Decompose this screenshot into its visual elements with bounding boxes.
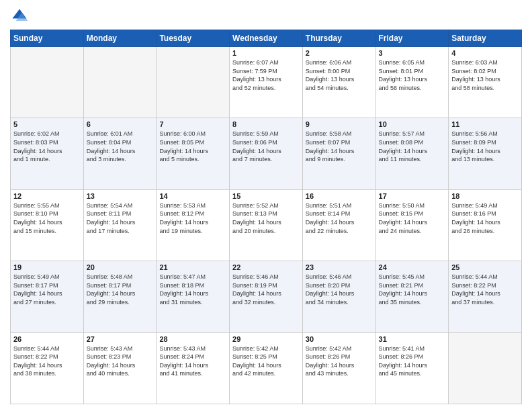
- calendar-cell: 13Sunrise: 5:54 AMSunset: 8:11 PMDayligh…: [83, 189, 157, 261]
- day-number: 22: [232, 263, 300, 271]
- day-number: 26: [13, 335, 81, 343]
- day-number: 5: [13, 120, 81, 128]
- calendar-cell: 23Sunrise: 5:46 AMSunset: 8:20 PMDayligh…: [302, 261, 375, 332]
- day-info: Sunrise: 5:45 AMSunset: 8:21 PMDaylight:…: [379, 273, 446, 306]
- calendar-cell: 22Sunrise: 5:46 AMSunset: 8:19 PMDayligh…: [230, 261, 303, 332]
- calendar-cell: 30Sunrise: 5:42 AMSunset: 8:26 PMDayligh…: [302, 332, 375, 404]
- weekday-header-sunday: Sunday: [11, 30, 84, 47]
- day-number: 4: [451, 49, 519, 57]
- day-info: Sunrise: 5:51 AMSunset: 8:14 PMDaylight:…: [306, 201, 373, 235]
- calendar-cell: [83, 47, 157, 118]
- day-info: Sunrise: 5:43 AMSunset: 8:24 PMDaylight:…: [159, 345, 226, 378]
- page: SundayMondayTuesdayWednesdayThursdayFrid…: [0, 0, 532, 411]
- day-info: Sunrise: 5:44 AMSunset: 8:22 PMDaylight:…: [451, 273, 519, 306]
- calendar-week-row: 1Sunrise: 6:07 AMSunset: 7:59 PMDaylight…: [11, 47, 522, 118]
- day-number: 2: [306, 49, 373, 57]
- calendar-week-row: 12Sunrise: 5:55 AMSunset: 8:10 PMDayligh…: [11, 189, 522, 261]
- day-number: 10: [379, 120, 446, 128]
- day-number: 31: [379, 335, 446, 343]
- calendar-table: SundayMondayTuesdayWednesdayThursdayFrid…: [10, 30, 522, 404]
- calendar-cell: 18Sunrise: 5:49 AMSunset: 8:16 PMDayligh…: [449, 189, 522, 261]
- day-number: 11: [451, 120, 519, 128]
- day-number: 3: [379, 49, 446, 57]
- day-info: Sunrise: 5:41 AMSunset: 8:26 PMDaylight:…: [379, 345, 446, 378]
- calendar-cell: 26Sunrise: 5:44 AMSunset: 8:22 PMDayligh…: [11, 332, 84, 404]
- day-info: Sunrise: 5:50 AMSunset: 8:15 PMDaylight:…: [379, 201, 446, 235]
- day-number: 28: [159, 335, 226, 343]
- day-number: 30: [306, 335, 373, 343]
- day-info: Sunrise: 6:01 AMSunset: 8:04 PMDaylight:…: [87, 130, 154, 163]
- day-info: Sunrise: 5:46 AMSunset: 8:20 PMDaylight:…: [306, 273, 373, 306]
- day-info: Sunrise: 5:43 AMSunset: 8:23 PMDaylight:…: [87, 345, 154, 378]
- day-number: 8: [232, 120, 300, 128]
- calendar-cell: 28Sunrise: 5:43 AMSunset: 8:24 PMDayligh…: [157, 332, 230, 404]
- calendar-cell: 9Sunrise: 5:58 AMSunset: 8:07 PMDaylight…: [302, 118, 375, 189]
- calendar-cell: 6Sunrise: 6:01 AMSunset: 8:04 PMDaylight…: [83, 118, 157, 189]
- weekday-header-row: SundayMondayTuesdayWednesdayThursdayFrid…: [11, 30, 522, 47]
- day-number: 1: [232, 49, 300, 57]
- calendar-cell: 19Sunrise: 5:49 AMSunset: 8:17 PMDayligh…: [11, 261, 84, 332]
- day-info: Sunrise: 5:57 AMSunset: 8:08 PMDaylight:…: [379, 130, 446, 163]
- day-info: Sunrise: 5:47 AMSunset: 8:18 PMDaylight:…: [159, 273, 226, 306]
- calendar-cell: 2Sunrise: 6:06 AMSunset: 8:00 PMDaylight…: [302, 47, 375, 118]
- day-number: 16: [306, 192, 373, 200]
- weekday-header-wednesday: Wednesday: [230, 30, 303, 47]
- calendar-cell: 16Sunrise: 5:51 AMSunset: 8:14 PMDayligh…: [302, 189, 375, 261]
- calendar-cell: 10Sunrise: 5:57 AMSunset: 8:08 PMDayligh…: [375, 118, 449, 189]
- day-info: Sunrise: 5:54 AMSunset: 8:11 PMDaylight:…: [87, 201, 154, 235]
- day-info: Sunrise: 5:56 AMSunset: 8:09 PMDaylight:…: [451, 130, 519, 163]
- day-info: Sunrise: 5:42 AMSunset: 8:25 PMDaylight:…: [232, 345, 300, 378]
- calendar-cell: 25Sunrise: 5:44 AMSunset: 8:22 PMDayligh…: [449, 261, 522, 332]
- day-info: Sunrise: 5:49 AMSunset: 8:17 PMDaylight:…: [13, 273, 81, 306]
- calendar-cell: [157, 47, 230, 118]
- calendar-week-row: 19Sunrise: 5:49 AMSunset: 8:17 PMDayligh…: [11, 261, 522, 332]
- calendar-cell: 14Sunrise: 5:53 AMSunset: 8:12 PMDayligh…: [157, 189, 230, 261]
- day-number: 6: [87, 120, 154, 128]
- calendar-cell: 21Sunrise: 5:47 AMSunset: 8:18 PMDayligh…: [157, 261, 230, 332]
- day-info: Sunrise: 5:48 AMSunset: 8:17 PMDaylight:…: [87, 273, 154, 306]
- day-number: 27: [87, 335, 154, 343]
- calendar-cell: 1Sunrise: 6:07 AMSunset: 7:59 PMDaylight…: [230, 47, 303, 118]
- day-info: Sunrise: 6:00 AMSunset: 8:05 PMDaylight:…: [159, 130, 226, 163]
- day-info: Sunrise: 5:46 AMSunset: 8:19 PMDaylight:…: [232, 273, 300, 306]
- weekday-header-saturday: Saturday: [449, 30, 522, 47]
- day-info: Sunrise: 5:52 AMSunset: 8:13 PMDaylight:…: [232, 201, 300, 235]
- day-number: 9: [306, 120, 373, 128]
- day-info: Sunrise: 6:03 AMSunset: 8:02 PMDaylight:…: [451, 58, 519, 92]
- day-info: Sunrise: 5:53 AMSunset: 8:12 PMDaylight:…: [159, 201, 226, 235]
- calendar-week-row: 26Sunrise: 5:44 AMSunset: 8:22 PMDayligh…: [11, 332, 522, 404]
- calendar-cell: 24Sunrise: 5:45 AMSunset: 8:21 PMDayligh…: [375, 261, 449, 332]
- day-info: Sunrise: 6:06 AMSunset: 8:00 PMDaylight:…: [306, 58, 373, 92]
- calendar-cell: [11, 47, 84, 118]
- calendar-cell: 4Sunrise: 6:03 AMSunset: 8:02 PMDaylight…: [449, 47, 522, 118]
- calendar-cell: 12Sunrise: 5:55 AMSunset: 8:10 PMDayligh…: [11, 189, 84, 261]
- day-number: 17: [379, 192, 446, 200]
- weekday-header-tuesday: Tuesday: [157, 30, 230, 47]
- day-number: 29: [232, 335, 300, 343]
- day-number: 25: [451, 263, 519, 271]
- logo-icon: [10, 7, 29, 26]
- day-number: 21: [159, 263, 226, 271]
- day-info: Sunrise: 5:58 AMSunset: 8:07 PMDaylight:…: [306, 130, 373, 163]
- calendar-cell: 20Sunrise: 5:48 AMSunset: 8:17 PMDayligh…: [83, 261, 157, 332]
- day-info: Sunrise: 5:59 AMSunset: 8:06 PMDaylight:…: [232, 130, 300, 163]
- day-number: 7: [159, 120, 226, 128]
- day-number: 23: [306, 263, 373, 271]
- day-number: 12: [13, 192, 81, 200]
- day-number: 19: [13, 263, 81, 271]
- calendar-week-row: 5Sunrise: 6:02 AMSunset: 8:03 PMDaylight…: [11, 118, 522, 189]
- day-number: 15: [232, 192, 300, 200]
- weekday-header-friday: Friday: [375, 30, 449, 47]
- calendar-cell: 5Sunrise: 6:02 AMSunset: 8:03 PMDaylight…: [11, 118, 84, 189]
- calendar-cell: 31Sunrise: 5:41 AMSunset: 8:26 PMDayligh…: [375, 332, 449, 404]
- day-number: 14: [159, 192, 226, 200]
- calendar-cell: 27Sunrise: 5:43 AMSunset: 8:23 PMDayligh…: [83, 332, 157, 404]
- day-info: Sunrise: 6:02 AMSunset: 8:03 PMDaylight:…: [13, 130, 81, 163]
- calendar-cell: 29Sunrise: 5:42 AMSunset: 8:25 PMDayligh…: [230, 332, 303, 404]
- day-info: Sunrise: 5:44 AMSunset: 8:22 PMDaylight:…: [13, 345, 81, 378]
- day-number: 24: [379, 263, 446, 271]
- calendar-cell: 15Sunrise: 5:52 AMSunset: 8:13 PMDayligh…: [230, 189, 303, 261]
- calendar-cell: 17Sunrise: 5:50 AMSunset: 8:15 PMDayligh…: [375, 189, 449, 261]
- calendar-cell: 11Sunrise: 5:56 AMSunset: 8:09 PMDayligh…: [449, 118, 522, 189]
- weekday-header-monday: Monday: [83, 30, 157, 47]
